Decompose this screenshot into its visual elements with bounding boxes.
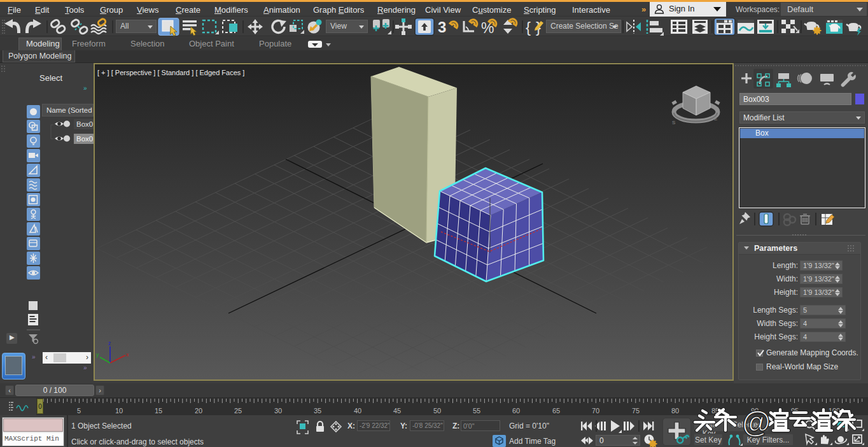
svg-text:60: 60 bbox=[512, 407, 520, 415]
svg-text:65: 65 bbox=[552, 407, 560, 415]
svg-text:E: E bbox=[714, 116, 717, 122]
svg-text:S: S bbox=[672, 120, 675, 125]
svg-text:15: 15 bbox=[155, 407, 162, 415]
svg-text:55: 55 bbox=[473, 407, 480, 415]
svg-text:x: x bbox=[126, 351, 129, 358]
svg-text:Box0: Box0 bbox=[76, 135, 93, 143]
svg-text:{: { bbox=[526, 18, 531, 36]
svg-text:50: 50 bbox=[433, 407, 441, 415]
svg-text:10: 10 bbox=[115, 407, 123, 415]
svg-text:y: y bbox=[96, 351, 99, 358]
svg-text:5: 5 bbox=[77, 407, 81, 415]
svg-text:20: 20 bbox=[195, 407, 202, 415]
svg-text:30: 30 bbox=[274, 407, 282, 415]
svg-text:z: z bbox=[108, 340, 111, 346]
svg-text:25: 25 bbox=[234, 407, 242, 415]
svg-text:40: 40 bbox=[354, 407, 361, 415]
svg-text:70: 70 bbox=[592, 407, 599, 415]
svg-text:45: 45 bbox=[393, 407, 401, 415]
svg-text:35: 35 bbox=[314, 407, 321, 415]
svg-text:@: @ bbox=[742, 406, 771, 439]
svg-text:3: 3 bbox=[438, 18, 446, 36]
svg-text:Box0: Box0 bbox=[76, 120, 93, 128]
svg-text:75: 75 bbox=[632, 407, 640, 415]
